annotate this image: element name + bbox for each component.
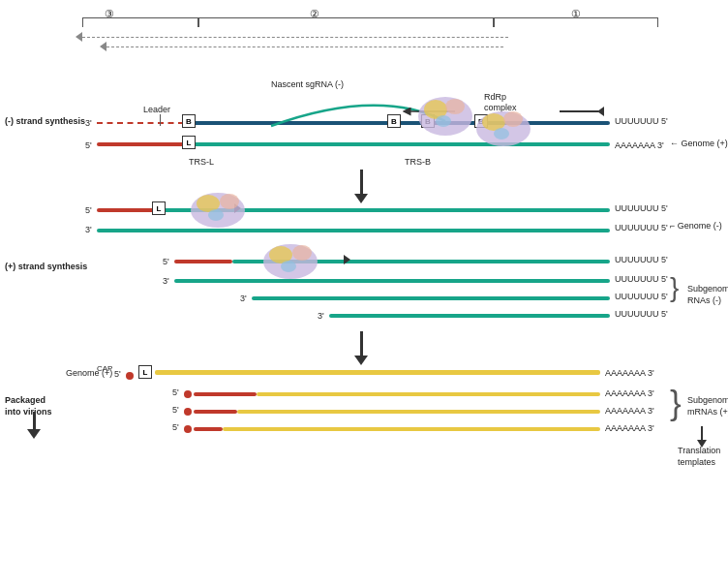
aaa-label-bottom: AAAAAAA 3' xyxy=(615,140,664,150)
red-circle-genome xyxy=(126,372,134,380)
aaa-mrna2: AAAAAAA 3' xyxy=(605,406,654,416)
box-L-bottom: L xyxy=(182,136,196,149)
uuu-3a: UUUUUUU 5' xyxy=(615,255,668,264)
uuu-sg1: UUUUUUU 5' xyxy=(615,292,668,301)
cap-label: CAP xyxy=(97,364,112,373)
translation-arrow xyxy=(697,426,707,448)
three-prime-3a: 3' xyxy=(163,276,169,286)
box-B2: B xyxy=(387,114,401,128)
teal-strand-3a xyxy=(232,260,610,263)
arrow-left-top2 xyxy=(100,42,106,51)
dashed-top2 xyxy=(106,46,503,47)
arrow-down-2 xyxy=(354,331,368,365)
bracket-region2 xyxy=(198,17,494,27)
arrow-down-1 xyxy=(354,170,368,203)
aaa-genome: AAAAAAA 3' xyxy=(605,368,654,378)
yellow-mrna2 xyxy=(237,410,600,414)
yellow-mrna1 xyxy=(257,392,600,396)
five-prime-genome: 5' xyxy=(114,369,121,379)
five-prime-3a: 5' xyxy=(163,257,169,266)
box-L-genome: L xyxy=(138,365,152,379)
five-prime-mrna1: 5' xyxy=(172,387,179,397)
subgenomic-neg-label: SubgenomicRNAs (-) xyxy=(687,284,728,306)
leader-label: Leader xyxy=(143,105,170,114)
aaa-mrna1: AAAAAAA 3' xyxy=(605,388,654,398)
nascent-label: Nascent sgRNA (-) xyxy=(271,79,344,89)
uuu-sg2: UUUUUUU 5' xyxy=(615,309,668,319)
subgenomic-pos-label: SubgenomicmRNAs (+) xyxy=(687,395,728,418)
neg-strand-label: (-) strand synthesis xyxy=(5,116,85,128)
three-prime-sg1: 3' xyxy=(240,294,247,303)
five-prime-2: 5' xyxy=(85,205,92,215)
teal-bottom-strand xyxy=(184,142,610,146)
diagram: ③ ② ① (-) strand synthesis 3' UUUUUUU 5'… xyxy=(0,0,728,588)
red-strand-bottom xyxy=(97,142,184,146)
box-B1: B xyxy=(182,114,196,128)
trs-b-label: TRS-B xyxy=(405,157,431,167)
teal-sg1 xyxy=(252,296,610,300)
red-dashed-strand xyxy=(97,122,184,125)
red-circle-mrna2 xyxy=(184,408,192,416)
teal-strand-2b xyxy=(97,229,610,232)
three-prime-top: 3' xyxy=(85,118,92,128)
rdRp-arrow xyxy=(560,107,604,116)
uuu-label-top: UUUUUUU 5' xyxy=(615,116,668,126)
genome-pos-label: ← Genome (+) xyxy=(670,139,728,148)
red-mrna3 xyxy=(194,427,223,431)
brace-mrna: } xyxy=(670,386,682,419)
dashed-top1 xyxy=(82,37,508,38)
svg-point-8 xyxy=(494,128,509,139)
three-prime-sg2: 3' xyxy=(318,311,324,321)
red-circle-mrna3 xyxy=(184,425,192,433)
five-prime-bottom: 5' xyxy=(85,140,92,150)
teal-strand-2 xyxy=(155,208,610,212)
box-B3: B xyxy=(421,114,435,128)
red-circle-mrna1 xyxy=(184,390,192,398)
red-mrna2 xyxy=(194,410,237,414)
brace-subgenomic-neg: } xyxy=(670,274,679,301)
uuu-2: UUUUUUU 5' xyxy=(615,203,668,213)
yellow-mrna3 xyxy=(223,427,600,431)
translation-label: Translationtemplates xyxy=(678,446,720,468)
uuu-2b: UUUUUUU 5' xyxy=(615,223,668,232)
teal-sg2 xyxy=(329,314,610,318)
arrow-right-1 xyxy=(232,203,241,213)
arrow-left-top xyxy=(76,32,82,42)
red-strand-2 xyxy=(97,208,155,212)
box-B4: B xyxy=(474,114,488,128)
rdRp-label: RdRpcomplex xyxy=(484,92,517,113)
three-prime-2: 3' xyxy=(85,225,92,234)
arrow-down-packaging xyxy=(27,412,41,439)
pos-strand-label: (+) strand synthesis xyxy=(5,262,87,273)
genome-neg-label: ⌐ Genome (-) xyxy=(670,221,722,232)
box-L-2: L xyxy=(152,201,166,215)
arrow-right-2 xyxy=(344,255,350,264)
trs-l-label: TRS-L xyxy=(189,157,214,167)
uuu-3b: UUUUUUU 5' xyxy=(615,274,668,284)
five-prime-mrna2: 5' xyxy=(172,405,179,415)
five-prime-mrna3: 5' xyxy=(172,422,179,432)
bracket-region1 xyxy=(494,17,658,27)
teal-strand-3b xyxy=(174,279,610,283)
svg-point-3 xyxy=(445,99,465,114)
svg-point-15 xyxy=(292,245,312,261)
aaa-mrna3: AAAAAAA 3' xyxy=(605,423,654,433)
red-strand-3a xyxy=(174,260,232,263)
leader-line xyxy=(160,114,161,126)
bracket-region3 xyxy=(82,17,198,27)
yellow-genome-strand xyxy=(155,370,600,375)
red-mrna1 xyxy=(194,392,257,396)
